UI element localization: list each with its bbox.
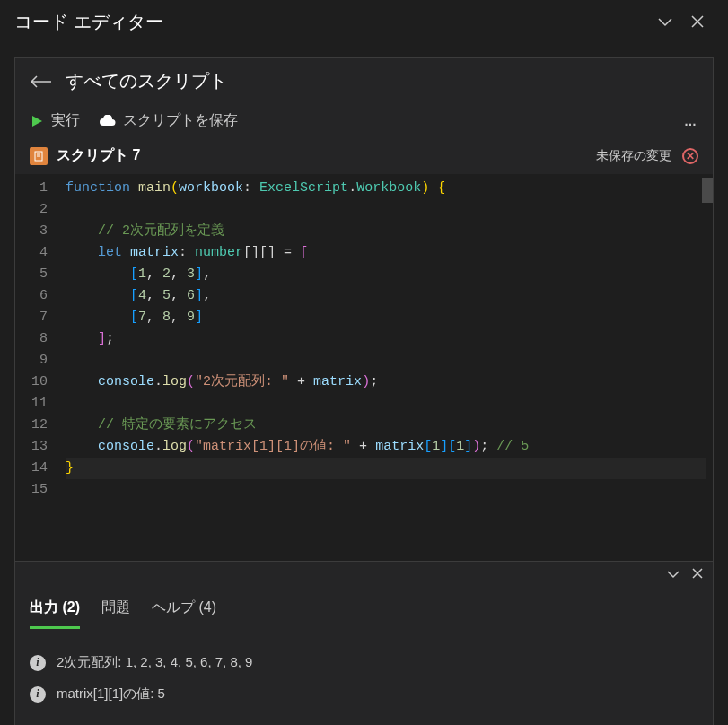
line-number: 7: [22, 307, 48, 328]
run-label: 実行: [51, 111, 80, 130]
collapse-button[interactable]: [649, 5, 681, 38]
output-controls: [15, 562, 713, 590]
code-line[interactable]: [66, 479, 706, 501]
cloud-save-icon: [98, 115, 116, 127]
code-editor[interactable]: 123456789101112131415 function main(work…: [15, 174, 713, 561]
output-panel: 出力 (2) 問題 ヘルプ (4) i2次元配列: 1, 2, 3, 4, 5,…: [15, 561, 713, 725]
line-number: 8: [22, 328, 48, 350]
code-line[interactable]: console.log("2次元配列: " + matrix);: [66, 371, 706, 393]
code-line[interactable]: [66, 393, 706, 415]
output-text: matrix[1][1]の値: 5: [57, 686, 165, 703]
line-gutter: 123456789101112131415: [15, 174, 58, 561]
more-button[interactable]: …: [684, 114, 698, 128]
toolbar: 実行 スクリプトを保存 …: [15, 104, 713, 137]
script-file-icon: [30, 147, 48, 165]
code-line[interactable]: [7, 8, 9]: [66, 307, 706, 328]
chevron-down-icon: [666, 567, 680, 581]
line-number: 9: [22, 350, 48, 371]
scrollbar-thumb[interactable]: [702, 178, 713, 203]
line-number: 12: [22, 415, 48, 436]
line-number: 13: [22, 436, 48, 458]
output-collapse-button[interactable]: [666, 567, 680, 584]
close-button[interactable]: [681, 5, 714, 38]
code-line[interactable]: // 2次元配列を定義: [66, 221, 706, 242]
code-line[interactable]: [1, 2, 3],: [66, 264, 706, 285]
script-header: スクリプト 7 未保存の変更 ✕: [15, 137, 713, 174]
run-button[interactable]: 実行: [30, 111, 80, 130]
code-line[interactable]: function main(workbook: ExcelScript.Work…: [66, 178, 706, 199]
info-icon: i: [30, 686, 46, 703]
output-tabs: 出力 (2) 問題 ヘルプ (4): [15, 590, 713, 629]
output-text: 2次元配列: 1, 2, 3, 4, 5, 6, 7, 8, 9: [57, 654, 252, 671]
output-line: i2次元配列: 1, 2, 3, 4, 5, 6, 7, 8, 9: [30, 647, 698, 678]
code-line[interactable]: ];: [66, 328, 706, 350]
line-number: 2: [22, 199, 48, 221]
play-icon: [30, 114, 44, 128]
tab-problems[interactable]: 問題: [101, 590, 130, 629]
line-number: 15: [22, 479, 48, 501]
script-name: スクリプト 7: [57, 146, 140, 165]
code-line[interactable]: // 特定の要素にアクセス: [66, 415, 706, 436]
nav-title: すべてのスクリプト: [66, 69, 227, 93]
code-content[interactable]: function main(workbook: ExcelScript.Work…: [58, 174, 713, 561]
code-line[interactable]: [4, 5, 6],: [66, 285, 706, 307]
window-title: コード エディター: [14, 10, 649, 34]
line-number: 4: [22, 242, 48, 264]
info-icon: i: [30, 655, 46, 671]
save-script-button[interactable]: スクリプトを保存: [98, 111, 238, 130]
line-number: 6: [22, 285, 48, 307]
save-label: スクリプトを保存: [123, 111, 238, 130]
output-line: imatrix[1][1]の値: 5: [30, 678, 698, 710]
line-number: 10: [22, 371, 48, 393]
unsaved-indicator: 未保存の変更 ✕: [596, 148, 698, 164]
editor-panel: すべてのスクリプト 実行 スクリプトを保存 … スクリプト 7 未保存の変更 ✕…: [14, 57, 714, 725]
arrow-left-icon: [30, 74, 51, 89]
close-icon: [691, 567, 704, 580]
code-line[interactable]: console.log("matrix[1][1]の値: " + matrix[…: [66, 436, 706, 458]
line-number: 1: [22, 178, 48, 199]
nav-row: すべてのスクリプト: [15, 58, 713, 104]
line-number: 5: [22, 264, 48, 285]
tab-output[interactable]: 出力 (2): [30, 590, 80, 629]
line-number: 11: [22, 393, 48, 415]
unsaved-dirty-icon: ✕: [682, 148, 698, 164]
code-line[interactable]: [66, 350, 706, 371]
title-bar: コード エディター: [0, 0, 728, 43]
output-body: i2次元配列: 1, 2, 3, 4, 5, 6, 7, 8, 9imatrix…: [15, 629, 713, 725]
code-line[interactable]: }: [66, 458, 706, 479]
tab-help[interactable]: ヘルプ (4): [152, 590, 216, 629]
chevron-down-icon: [657, 13, 673, 30]
code-line[interactable]: [66, 199, 706, 221]
back-button[interactable]: [30, 74, 51, 89]
unsaved-label: 未保存の変更: [596, 148, 671, 162]
output-close-button[interactable]: [691, 567, 704, 584]
code-line[interactable]: let matrix: number[][] = [: [66, 242, 706, 264]
line-number: 3: [22, 221, 48, 242]
line-number: 14: [22, 458, 48, 479]
close-icon: [690, 14, 705, 29]
